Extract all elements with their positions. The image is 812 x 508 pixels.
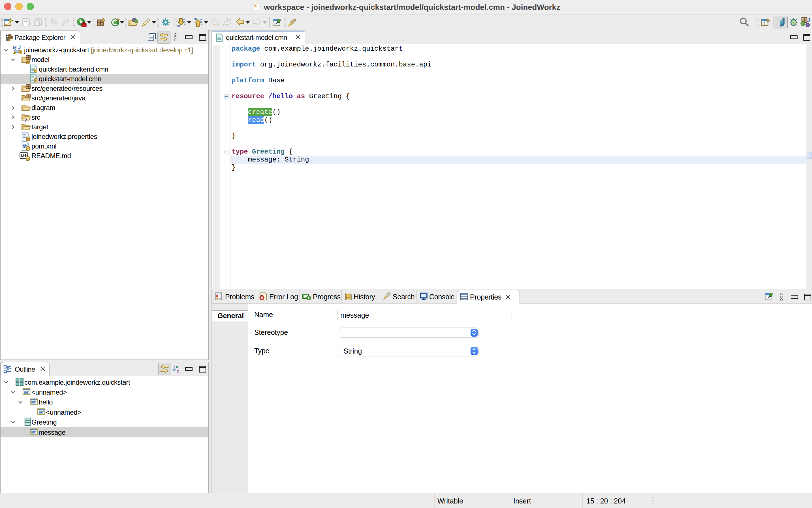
svg-text:!: ! — [14, 51, 15, 54]
svg-text:?: ? — [25, 118, 27, 122]
svg-text:M: M — [21, 153, 25, 158]
svg-text:z: z — [177, 369, 179, 373]
svg-text:M: M — [13, 45, 17, 50]
svg-text:J: J — [18, 45, 21, 50]
svg-text:J: J — [807, 17, 810, 23]
